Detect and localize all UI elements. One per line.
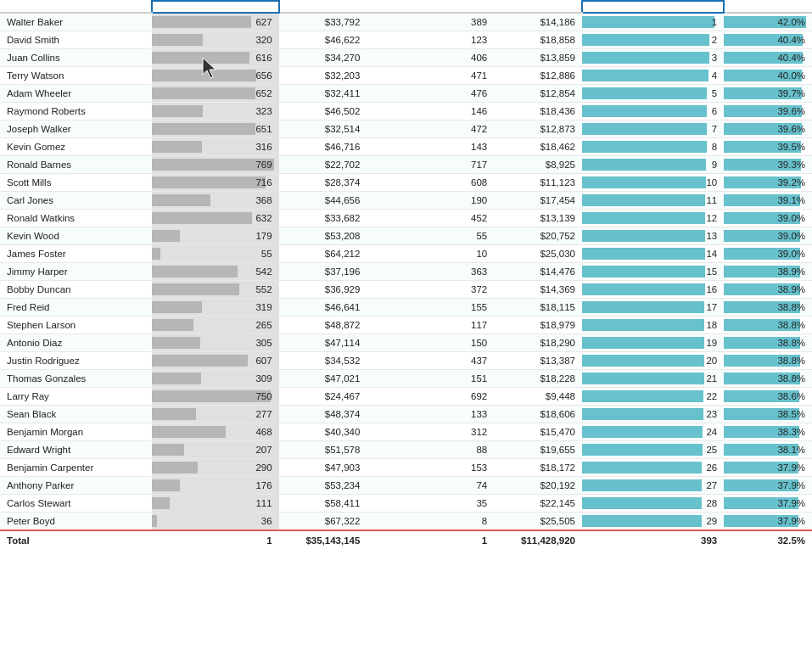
table-row[interactable]: Raymond Roberts323$46,502146$18,436639.6… [0,103,812,120]
cell-total-sales: $53,234 [279,477,367,495]
table-row[interactable]: James Foster55$64,21210$25,0301439.0% [0,245,812,263]
cell-total-sales: $47,114 [279,334,367,352]
table-row[interactable]: Walter Baker627$33,792389$14,186142.0% [0,13,812,31]
cell-total-sales: $32,514 [279,120,367,138]
cell-total-profits: $20,192 [494,477,582,495]
table-row[interactable]: Joseph Walker651$32,514472$12,873739.6% [0,120,812,138]
cell-total-sales: $33,792 [279,13,367,31]
cell-name: Scott Mills [0,174,152,192]
col-header-margins-rank[interactable] [582,1,724,13]
table-row[interactable]: David Smith320$46,622123$18,858240.4% [0,31,812,49]
cell-name: Bobby Duncan [0,281,152,299]
cell-profits-rank: 117 [367,317,494,334]
cell-name: Peter Boyd [0,513,152,531]
cell-total-profits: $20,752 [494,227,582,245]
table-row[interactable]: Larry Ray750$24,467692$9,4482238.6% [0,388,812,406]
cell-total-profits: $11,123 [494,174,582,192]
table-row[interactable]: Fred Reid319$46,641155$18,1151738.8% [0,299,812,317]
cell-total-sales: $32,203 [279,67,367,85]
cell-profit-margins: 40.0% [724,67,812,85]
footer-cell: 1 [152,530,279,550]
table-row[interactable]: Anthony Parker176$53,23474$20,1922737.9% [0,477,812,495]
cell-sales-rank: 323 [152,103,279,120]
cell-total-profits: $13,859 [494,49,582,67]
cell-sales-rank: 277 [152,406,279,423]
cell-profit-margins: 42.0% [724,13,812,31]
table-row[interactable]: Sean Black277$48,374133$18,6062338.5% [0,406,812,423]
cell-sales-rank: 656 [152,67,279,85]
table-row[interactable]: Juan Collins616$34,270406$13,859340.4% [0,49,812,67]
cell-name: Terry Watson [0,67,152,85]
table-row[interactable]: Terry Watson656$32,203471$12,886440.0% [0,67,812,85]
table-row[interactable]: Bobby Duncan552$36,929372$14,3691638.9% [0,281,812,299]
cell-profits-rank: 406 [367,49,494,67]
cell-total-profits: $25,505 [494,513,582,531]
footer-cell: Total [0,530,152,550]
table-row[interactable]: Peter Boyd36$67,3228$25,5052937.9% [0,513,812,531]
table-row[interactable]: Jimmy Harper542$37,196363$14,4761538.9% [0,263,812,281]
cell-margins-rank: 11 [582,192,724,210]
cell-margins-rank: 19 [582,334,724,352]
cell-profits-rank: 35 [367,495,494,513]
table-row[interactable]: Carlos Stewart111$58,41135$22,1452837.9% [0,495,812,513]
cell-margins-rank: 6 [582,103,724,120]
cell-profits-rank: 133 [367,406,494,423]
footer-row: Total1$35,143,1451$11,428,92039332.5% [0,530,812,550]
col-header-sales-rank[interactable] [152,1,279,13]
cell-margins-rank: 14 [582,245,724,263]
cell-margins-rank: 9 [582,156,724,174]
table-row[interactable]: Ronald Watkins632$33,682452$13,1391239.0… [0,210,812,227]
cell-name: Carlos Stewart [0,495,152,513]
table-row[interactable]: Scott Mills716$28,374608$11,1231039.2% [0,174,812,192]
cell-profit-margins: 39.5% [724,138,812,156]
cell-margins-rank: 5 [582,85,724,103]
col-header-total-profits[interactable] [494,1,582,13]
cell-profits-rank: 10 [367,245,494,263]
cell-name: Benjamin Morgan [0,423,152,441]
cell-sales-rank: 552 [152,281,279,299]
col-header-profits-rank[interactable] [367,1,494,13]
col-header-profit-margins[interactable] [724,1,812,13]
cell-margins-rank: 20 [582,352,724,370]
table-row[interactable]: Benjamin Morgan468$40,340312$15,4702438.… [0,423,812,441]
cell-profit-margins: 39.0% [724,227,812,245]
cell-sales-rank: 176 [152,477,279,495]
cell-margins-rank: 29 [582,513,724,531]
table-row[interactable]: Edward Wright207$51,57888$19,6552538.1% [0,441,812,459]
cell-sales-rank: 632 [152,210,279,227]
table-row[interactable]: Kevin Wood179$53,20855$20,7521339.0% [0,227,812,245]
cell-sales-rank: 36 [152,513,279,531]
cell-name: Thomas Gonzales [0,370,152,388]
cell-total-profits: $18,436 [494,103,582,120]
cell-profit-margins: 38.6% [724,388,812,406]
cell-profits-rank: 476 [367,85,494,103]
cell-margins-rank: 13 [582,227,724,245]
table-row[interactable]: Benjamin Carpenter290$47,903153$18,17226… [0,459,812,477]
cell-profit-margins: 37.9% [724,477,812,495]
table-row[interactable]: Antonio Diaz305$47,114150$18,2901938.8% [0,334,812,352]
table-row[interactable]: Thomas Gonzales309$47,021151$18,2282138.… [0,370,812,388]
table-row[interactable]: Ronald Barnes769$22,702717$8,925939.3% [0,156,812,174]
col-header-total-sales[interactable] [279,1,367,13]
col-header-name[interactable] [0,1,152,13]
cell-sales-rank: 290 [152,459,279,477]
cell-profits-rank: 389 [367,13,494,31]
table-row[interactable]: Adam Wheeler652$32,411476$12,854539.7% [0,85,812,103]
cell-total-sales: $33,682 [279,210,367,227]
cell-profits-rank: 74 [367,477,494,495]
footer-cell: $35,143,145 [279,530,367,550]
table-row[interactable]: Justin Rodriguez607$34,532437$13,3872038… [0,352,812,370]
cell-sales-rank: 607 [152,352,279,370]
table-row[interactable]: Kevin Gomez316$46,716143$18,462839.5% [0,138,812,156]
cell-sales-rank: 468 [152,423,279,441]
table-row[interactable]: Carl Jones368$44,656190$17,4541139.1% [0,192,812,210]
table-row[interactable]: Stephen Larson265$48,872117$18,9791838.8… [0,317,812,334]
cell-name: James Foster [0,245,152,263]
cell-profits-rank: 437 [367,352,494,370]
cell-total-profits: $15,470 [494,423,582,441]
footer-cell: $11,428,920 [494,530,582,550]
cell-profit-margins: 37.9% [724,513,812,531]
cell-total-sales: $28,374 [279,174,367,192]
cell-sales-rank: 309 [152,370,279,388]
cell-margins-rank: 23 [582,406,724,423]
